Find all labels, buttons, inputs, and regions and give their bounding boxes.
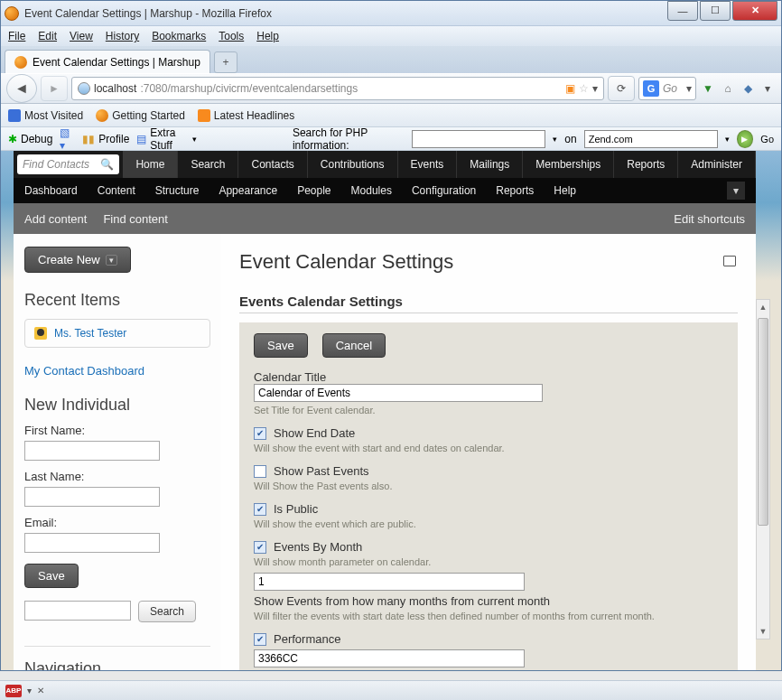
print-icon[interactable] bbox=[723, 256, 736, 266]
rss-icon[interactable]: ▣ bbox=[565, 82, 575, 95]
drupal-tab-people[interactable]: People bbox=[297, 184, 330, 197]
debug-button[interactable]: ✱Debug bbox=[8, 133, 52, 145]
scroll-thumb[interactable] bbox=[758, 318, 768, 526]
profile-button[interactable]: ▮▮Profile bbox=[82, 133, 129, 145]
close-button[interactable] bbox=[732, 1, 777, 21]
vertical-scrollbar[interactable]: ▲ ▼ bbox=[756, 299, 770, 639]
statusbar-dropdown[interactable]: ▾ bbox=[27, 686, 32, 695]
drupal-tab-content[interactable]: Content bbox=[98, 184, 135, 197]
create-new-button[interactable]: Create New bbox=[24, 247, 131, 273]
toolbar-dropdown-1[interactable]: ▧ ▾ bbox=[60, 126, 75, 152]
extra-stuff-button[interactable]: ▤Extra Stuff▾ bbox=[136, 126, 197, 152]
type-performance-checkbox[interactable] bbox=[254, 633, 266, 646]
find-contacts-input[interactable]: Find Contacts 🔍 bbox=[17, 154, 119, 174]
civi-tab-mailings[interactable]: Mailings bbox=[457, 151, 523, 178]
my-contact-dashboard-link[interactable]: My Contact Dashboard bbox=[24, 364, 210, 378]
civi-tab-home[interactable]: Home bbox=[123, 151, 178, 178]
civi-tab-events[interactable]: Events bbox=[398, 151, 458, 178]
drupal-tab-dashboard[interactable]: Dashboard bbox=[24, 184, 78, 197]
drupal-tab-structure[interactable]: Structure bbox=[155, 184, 200, 197]
adblock-icon[interactable]: ABP bbox=[5, 685, 22, 697]
bookmark-most-visited[interactable]: Most Visited bbox=[8, 109, 83, 122]
menu-view[interactable]: View bbox=[70, 30, 93, 42]
tab-favicon bbox=[14, 56, 27, 69]
civi-tab-administer[interactable]: Administer bbox=[678, 151, 756, 178]
last-name-label: Last Name: bbox=[24, 470, 210, 483]
sidebar-search-button[interactable]: Search bbox=[138, 601, 196, 622]
first-name-label: First Name: bbox=[24, 424, 210, 437]
on-label: on bbox=[564, 133, 576, 145]
forward-button[interactable]: ► bbox=[41, 76, 68, 101]
download-arrow-icon[interactable]: ▼ bbox=[700, 80, 716, 97]
civi-tab-contacts[interactable]: Contacts bbox=[238, 151, 307, 178]
civi-tab-search[interactable]: Search bbox=[178, 151, 238, 178]
add-content-link[interactable]: Add content bbox=[24, 212, 87, 226]
sidebar-save-button[interactable]: Save bbox=[24, 564, 79, 588]
url-host: localhost bbox=[94, 82, 136, 95]
menu-edit[interactable]: Edit bbox=[38, 30, 57, 42]
bookmark-latest-headlines[interactable]: Latest Headlines bbox=[198, 109, 294, 122]
url-bar[interactable]: localhost:7080/marshup/civicrm/eventcale… bbox=[71, 77, 604, 100]
edit-shortcuts-link[interactable]: Edit shortcuts bbox=[674, 212, 745, 226]
drupal-tab-modules[interactable]: Modules bbox=[351, 184, 392, 197]
browser-search[interactable]: G Go ▾ bbox=[638, 77, 696, 100]
civi-tab-memberships[interactable]: Memberships bbox=[523, 151, 614, 178]
is-public-help: Will show the event which are public. bbox=[254, 518, 723, 529]
first-name-input[interactable] bbox=[24, 441, 160, 461]
is-public-checkbox[interactable] bbox=[254, 503, 266, 516]
php-site-select[interactable] bbox=[584, 130, 718, 148]
cancel-button[interactable]: Cancel bbox=[322, 333, 386, 358]
last-name-input[interactable] bbox=[24, 487, 160, 507]
firefox-icon bbox=[96, 109, 108, 122]
show-end-date-checkbox[interactable] bbox=[254, 427, 266, 440]
extension-icon[interactable]: ▾ bbox=[759, 80, 776, 97]
scroll-down-arrow[interactable]: ▼ bbox=[757, 624, 769, 639]
dropdown-icon[interactable]: ▾ bbox=[592, 82, 598, 95]
minimize-button[interactable] bbox=[667, 1, 698, 21]
tab-title: Event Calendar Settings | Marshup bbox=[33, 56, 200, 69]
drupal-tab-reports[interactable]: Reports bbox=[496, 184, 534, 197]
menu-history[interactable]: History bbox=[106, 30, 139, 42]
home-icon[interactable]: ⌂ bbox=[720, 80, 736, 97]
type-performance-color-input[interactable] bbox=[254, 649, 525, 667]
bookmark-getting-started[interactable]: Getting Started bbox=[96, 109, 185, 122]
drupal-tab-help[interactable]: Help bbox=[554, 184, 576, 197]
new-tab-button[interactable]: + bbox=[214, 51, 237, 73]
browser-tab[interactable]: Event Calendar Settings | Marshup bbox=[5, 50, 210, 73]
maximize-button[interactable] bbox=[700, 1, 731, 21]
scroll-up-arrow[interactable]: ▲ bbox=[757, 300, 769, 314]
show-past-events-checkbox[interactable] bbox=[254, 465, 266, 478]
months-input[interactable] bbox=[254, 573, 525, 591]
find-contacts-placeholder: Find Contacts bbox=[23, 158, 89, 171]
email-input[interactable] bbox=[24, 533, 160, 553]
menu-bookmarks[interactable]: Bookmarks bbox=[152, 30, 206, 42]
show-past-events-label: Show Past Events bbox=[274, 464, 369, 478]
shortcut-bar: Add content Find content Edit shortcuts bbox=[14, 203, 756, 234]
expand-menu-button[interactable]: ▾ bbox=[727, 182, 745, 200]
menu-tools[interactable]: Tools bbox=[219, 30, 244, 42]
php-search-input[interactable] bbox=[412, 130, 545, 148]
reload-button[interactable]: ⟳ bbox=[608, 76, 635, 101]
go-button[interactable]: ▶ bbox=[737, 130, 754, 148]
statusbar-close[interactable]: ✕ bbox=[37, 686, 44, 695]
email-label: Email: bbox=[24, 516, 210, 529]
civi-tab-reports[interactable]: Reports bbox=[614, 151, 678, 178]
menu-help[interactable]: Help bbox=[256, 30, 279, 42]
show-end-date-help: Will show the event with start and end d… bbox=[254, 443, 723, 453]
events-by-month-checkbox[interactable] bbox=[254, 541, 266, 554]
new-individual-heading: New Individual bbox=[24, 396, 210, 415]
sidebar-search-input[interactable] bbox=[24, 601, 131, 621]
back-button[interactable]: ◄ bbox=[6, 74, 37, 103]
save-button[interactable]: Save bbox=[254, 333, 308, 358]
find-content-link[interactable]: Find content bbox=[103, 212, 168, 226]
drupal-tab-configuration[interactable]: Configuration bbox=[412, 184, 476, 197]
drupal-tab-appearance[interactable]: Appearance bbox=[219, 184, 277, 197]
calendar-title-input[interactable] bbox=[254, 384, 543, 402]
recent-item[interactable]: Ms. Test Tester bbox=[24, 319, 210, 348]
bookmark-star-icon[interactable]: ☆ bbox=[579, 82, 589, 95]
zend-icon[interactable]: ◆ bbox=[740, 80, 756, 97]
menu-file[interactable]: File bbox=[8, 30, 25, 42]
settings-form: Save Cancel Calendar Title Set Title for… bbox=[239, 322, 738, 670]
civi-tab-contributions[interactable]: Contributions bbox=[308, 151, 398, 178]
drupal-admin-nav: Dashboard Content Structure Appearance P… bbox=[14, 178, 756, 203]
